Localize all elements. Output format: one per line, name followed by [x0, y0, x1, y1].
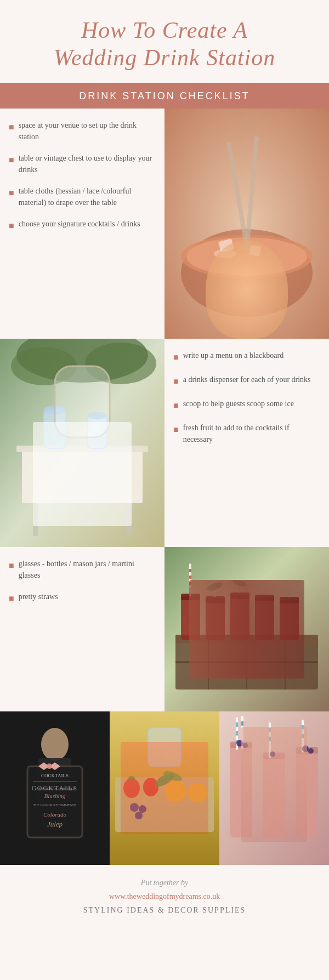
- svg-rect-0: [164, 109, 329, 339]
- svg-text:Blushing: Blushing: [44, 793, 66, 799]
- svg-point-63: [47, 764, 52, 769]
- footer-put-together: Put together by: [11, 876, 318, 890]
- photo-pink-drinks: [219, 711, 329, 865]
- svg-point-99: [302, 745, 309, 752]
- svg-point-49: [231, 578, 248, 588]
- svg-point-67: [128, 776, 135, 780]
- svg-point-73: [135, 812, 143, 819]
- svg-rect-16: [126, 503, 132, 536]
- list-item: ■ write up a menu on a blackboard: [173, 350, 320, 364]
- svg-rect-45: [189, 569, 191, 572]
- svg-rect-33: [206, 596, 225, 603]
- cocktail-board-svg: COCKTAILS THE BRIDE RECOMMENDS Blushing …: [0, 711, 110, 865]
- title-line1: How To Create A: [81, 18, 248, 43]
- bullet-icon: ■: [173, 351, 179, 364]
- svg-rect-39: [255, 595, 274, 601]
- list-item: ■ pretty straws: [9, 591, 156, 605]
- svg-rect-92: [269, 737, 271, 741]
- svg-rect-91: [269, 728, 271, 732]
- svg-rect-38: [255, 597, 274, 640]
- bullet-icon: ■: [173, 423, 179, 436]
- footer-section: Put together by www.theweddingofmydreams…: [0, 865, 329, 928]
- bullet-icon: ■: [9, 121, 14, 134]
- photo-cocktail-board: COCKTAILS THE BRIDE RECOMMENDS Blushing …: [0, 711, 110, 865]
- svg-text:Colorado: Colorado: [43, 811, 67, 818]
- svg-point-8: [214, 249, 236, 258]
- checklist-text: table cloths (hessian / lace /colourful …: [19, 185, 156, 208]
- svg-rect-30: [181, 594, 200, 600]
- photo-drinks: [164, 109, 329, 339]
- bullet-icon: ■: [9, 559, 14, 572]
- list-item: ■ glasses - bottles / mason jars / marti…: [9, 558, 156, 581]
- svg-rect-15: [33, 503, 38, 536]
- svg-rect-65: [115, 777, 214, 832]
- pink-drinks-svg: [219, 711, 329, 865]
- checklist-text: space at your venue to set up the drink …: [19, 119, 156, 143]
- bullet-icon: ■: [173, 399, 179, 412]
- svg-point-87: [242, 743, 248, 748]
- drinks-illustration: [164, 109, 329, 339]
- svg-rect-13: [22, 448, 143, 503]
- svg-rect-41: [280, 600, 299, 640]
- svg-rect-42: [280, 597, 299, 603]
- list-item: ■ space at your venue to set up the drin…: [9, 119, 156, 143]
- svg-rect-76: [148, 728, 181, 766]
- svg-point-74: [153, 771, 177, 789]
- svg-rect-81: [236, 722, 238, 727]
- svg-point-93: [270, 751, 275, 757]
- svg-rect-36: [230, 592, 249, 599]
- svg-rect-97: [302, 725, 304, 730]
- photo-fruit-bar: [110, 711, 219, 865]
- checklist-column-1: ■ space at your venue to set up the drin…: [0, 109, 164, 339]
- mason-jars-illustration: [164, 547, 329, 711]
- svg-text:Julep: Julep: [47, 820, 63, 828]
- photo-strip-section: COCKTAILS THE BRIDE RECOMMENDS Blushing …: [0, 711, 329, 865]
- svg-rect-7: [249, 244, 262, 256]
- checklist-text: a drinks dispenser for each of your drin…: [183, 374, 311, 385]
- svg-rect-32: [206, 599, 225, 640]
- section-3: ■ glasses - bottles / mason jars / marti…: [0, 547, 329, 711]
- header-section: How To Create A Wedding Drink Station: [0, 0, 329, 83]
- footer-styling: STYLING IDEAS & DECOR SUPPLIES: [11, 903, 318, 917]
- svg-rect-98: [302, 734, 304, 738]
- svg-point-51: [41, 728, 69, 761]
- svg-rect-84: [241, 716, 243, 749]
- svg-point-69: [164, 780, 186, 802]
- list-item: ■ table or vintage chest to use to displ…: [9, 152, 156, 175]
- svg-text:THE GROOM RECOMMENDS: THE GROOM RECOMMENDS: [33, 804, 76, 807]
- checklist-column-2: ■ write up a menu on a blackboard ■ a dr…: [164, 339, 329, 547]
- checklist-text: pretty straws: [19, 591, 58, 602]
- checklist-text: fresh fruit to add to the cocktails if n…: [183, 422, 320, 445]
- header-title: How To Create A Wedding Drink Station: [11, 16, 318, 72]
- list-item: ■ a drinks dispenser for each of your dr…: [173, 374, 320, 388]
- svg-point-72: [139, 805, 146, 813]
- svg-rect-88: [263, 755, 285, 837]
- svg-point-3: [186, 237, 307, 276]
- svg-rect-47: [189, 582, 191, 585]
- svg-rect-89: [263, 753, 285, 759]
- section-2: ■ write up a menu on a blackboard ■ a dr…: [0, 339, 329, 547]
- svg-point-100: [308, 748, 314, 754]
- footer-url: www.theweddingofmydreams.co.uk: [11, 890, 318, 903]
- checklist-text: glasses - bottles / mason jars / martini…: [19, 558, 156, 581]
- checklist-column-3: ■ glasses - bottles / mason jars / marti…: [0, 547, 164, 711]
- section-1: ■ space at your venue to set up the drin…: [0, 109, 329, 339]
- bullet-icon: ■: [9, 153, 14, 167]
- svg-rect-21: [55, 366, 110, 437]
- svg-point-86: [236, 740, 243, 747]
- list-item: ■ fresh fruit to add to the cocktails if…: [173, 422, 320, 445]
- svg-text:THE BRIDE RECOMMENDS: THE BRIDE RECOMMENDS: [34, 787, 75, 790]
- svg-text:COCKTAILS: COCKTAILS: [41, 773, 69, 778]
- station-illustration: [0, 339, 164, 547]
- list-item: ■ choose your signature cocktails / drin…: [9, 218, 156, 232]
- svg-rect-78: [230, 744, 252, 837]
- svg-point-70: [188, 783, 207, 802]
- checklist-text: choose your signature cocktails / drinks: [19, 218, 140, 230]
- bullet-icon: ■: [9, 592, 14, 605]
- svg-rect-14: [16, 446, 148, 452]
- svg-point-68: [143, 778, 158, 796]
- bullet-icon: ■: [173, 375, 179, 388]
- svg-rect-90: [269, 722, 271, 758]
- checklist-text: table or vintage chest to use to display…: [19, 152, 156, 175]
- checklist-text: write up a menu on a blackboard: [183, 350, 284, 361]
